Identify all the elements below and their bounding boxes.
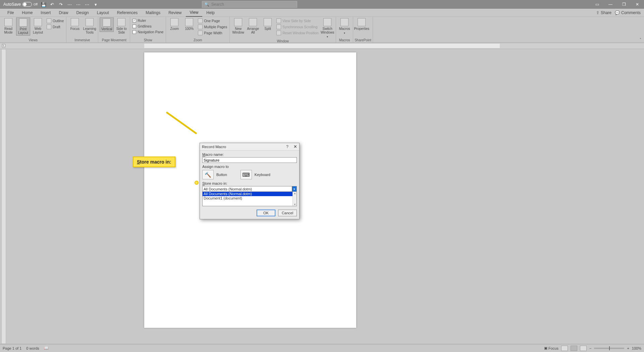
scroll-up-icon[interactable]: ▴ xyxy=(294,192,296,195)
page-width-button[interactable]: Page Width xyxy=(197,30,228,36)
ruler-checkbox[interactable]: ✓Ruler xyxy=(131,18,164,23)
tab-help[interactable]: Help xyxy=(202,9,219,16)
minimize-icon[interactable]: — xyxy=(604,0,617,9)
dialog-help-icon[interactable]: ? xyxy=(286,144,288,149)
read-mode-button[interactable]: Read Mode xyxy=(1,17,15,35)
read-mode-view-button[interactable] xyxy=(561,346,568,351)
store-text: tore macro in: xyxy=(205,181,227,185)
zoom-in-button[interactable]: + xyxy=(627,346,629,350)
vertical-ruler[interactable] xyxy=(1,49,6,344)
learning-tools-button[interactable]: Learning Tools xyxy=(83,17,97,35)
list-item[interactable]: Document1 (document) xyxy=(203,196,297,201)
zoom-100-label: 100% xyxy=(185,27,194,31)
outline-button[interactable]: Outline xyxy=(46,18,65,24)
search-box[interactable]: 🔍 xyxy=(202,1,297,8)
horizontal-ruler[interactable]: L xyxy=(0,43,644,49)
ruler-corner-icon[interactable]: L xyxy=(2,44,5,47)
zoom-out-button[interactable]: − xyxy=(589,346,591,350)
new-window-label: New Window xyxy=(232,27,245,34)
tab-references[interactable]: References xyxy=(113,9,142,16)
maximize-icon[interactable]: ❐ xyxy=(617,0,631,9)
qat-more-icon[interactable]: ▾ xyxy=(93,2,99,7)
one-page-button[interactable]: One Page xyxy=(197,18,228,24)
assign-button-button[interactable]: 🔨 Button xyxy=(202,170,227,179)
vertical-button[interactable]: Vertical xyxy=(100,17,114,32)
tab-file[interactable]: File xyxy=(3,9,18,16)
macros-button[interactable]: Macros▾ xyxy=(337,17,352,36)
draft-button[interactable]: Draft xyxy=(46,24,65,30)
page-indicator[interactable]: Page 1 of 1 xyxy=(3,346,21,350)
reset-window-position-button: Reset Window Position xyxy=(275,30,320,36)
qat-icon-3[interactable]: ⋯ xyxy=(85,2,90,7)
store-macro-combobox[interactable]: All Documents (Normal.dotm) ▾ xyxy=(202,186,297,192)
new-window-button[interactable]: New Window xyxy=(231,17,245,35)
qat-icon-2[interactable]: ⋯ xyxy=(76,2,81,7)
ribbon-display-icon[interactable]: ▭ xyxy=(590,0,604,9)
close-icon[interactable]: ✕ xyxy=(631,0,644,9)
store-macro-listbox[interactable]: All Documents (Normal.dotm) Document1 (d… xyxy=(202,191,297,206)
tab-insert[interactable]: Insert xyxy=(37,9,55,16)
button-text: utton xyxy=(219,173,227,177)
autosave-toggle[interactable]: AutoSave Off xyxy=(3,2,38,7)
print-layout-button[interactable]: Print Layout xyxy=(16,17,30,36)
tab-view[interactable]: View xyxy=(186,9,203,17)
group-macros-label: Macros xyxy=(337,38,352,43)
multiple-pages-button[interactable]: Multiple Pages xyxy=(197,24,228,30)
save-icon[interactable]: 💾 xyxy=(41,2,46,7)
multiple-pages-label: Multiple Pages xyxy=(204,25,227,29)
macro-name-input[interactable] xyxy=(202,157,297,163)
comments-button[interactable]: 💬Comments xyxy=(615,10,641,15)
combobox-dropdown-icon[interactable]: ▾ xyxy=(292,186,297,191)
ok-button[interactable]: OK xyxy=(257,210,275,216)
scroll-down-icon[interactable]: ▾ xyxy=(294,203,296,206)
tab-review[interactable]: Review xyxy=(164,9,185,16)
collapse-ribbon-icon[interactable]: ˄ xyxy=(640,38,641,41)
macros-icon xyxy=(340,18,348,26)
tab-design[interactable]: Design xyxy=(72,9,93,16)
group-sharepoint-label: SharePoint xyxy=(355,38,371,43)
redo-icon[interactable]: ↷ xyxy=(58,2,64,7)
web-layout-view-button[interactable] xyxy=(580,346,587,351)
navigation-pane-checkbox[interactable]: Navigation Pane xyxy=(131,30,164,34)
switch-windows-label: Switch Windows xyxy=(321,27,334,34)
side-to-side-button[interactable]: Side to Side xyxy=(114,17,128,35)
tab-mailings[interactable]: Mailings xyxy=(142,9,164,16)
qat-icon-1[interactable]: ⋯ xyxy=(67,2,72,7)
dialog-titlebar[interactable]: Record Macro ? ✕ xyxy=(200,143,299,150)
learning-tools-icon xyxy=(86,18,94,26)
print-layout-view-button[interactable] xyxy=(571,346,577,351)
group-page-movement-label: Page Movement xyxy=(100,38,128,43)
view-side-icon xyxy=(276,18,281,23)
zoom-button[interactable]: Zoom xyxy=(167,17,181,31)
undo-icon[interactable]: ↶ xyxy=(50,2,55,7)
gridlines-checkbox[interactable]: Gridlines xyxy=(131,24,164,29)
listbox-scrollbar[interactable]: ▴▾ xyxy=(292,192,297,206)
search-input[interactable] xyxy=(211,2,295,7)
tab-home[interactable]: Home xyxy=(18,9,37,16)
tab-draw[interactable]: Draw xyxy=(55,9,72,16)
assign-keyboard-button[interactable]: ⌨ Keyboard xyxy=(240,170,270,179)
cancel-button[interactable]: Cancel xyxy=(278,210,297,216)
web-layout-button[interactable]: Web Layout xyxy=(31,17,45,35)
macros-label: Macros xyxy=(339,27,350,31)
dialog-close-icon[interactable]: ✕ xyxy=(293,144,297,149)
view-side-by-side-button: View Side by Side xyxy=(275,18,320,24)
zoom-100-button[interactable]: 100% xyxy=(182,17,196,31)
focus-mode-button[interactable]: ▣Focus xyxy=(544,346,558,350)
share-button[interactable]: ⇪Share xyxy=(596,10,611,15)
word-count[interactable]: 0 words xyxy=(26,346,39,350)
spellcheck-icon[interactable]: 📖 xyxy=(44,346,49,350)
tab-layout[interactable]: Layout xyxy=(93,9,113,16)
vertical-label: Vertical xyxy=(101,27,112,31)
list-item[interactable]: All Documents (Normal.dotm) xyxy=(203,192,297,196)
split-button[interactable]: Split xyxy=(261,17,275,31)
learning-tools-label: Learning Tools xyxy=(83,27,96,34)
switch-windows-button[interactable]: Switch Windows▾ xyxy=(320,17,334,39)
group-zoom: Zoom 100% One Page Multiple Pages Page W… xyxy=(166,17,230,43)
zoom-slider[interactable] xyxy=(594,348,624,349)
zoom-level[interactable]: 100% xyxy=(632,346,641,350)
focus-button[interactable]: Focus xyxy=(68,17,82,31)
autosave-switch-icon[interactable] xyxy=(22,2,32,7)
arrange-all-button[interactable]: Arrange All xyxy=(246,17,260,35)
properties-button[interactable]: Properties xyxy=(355,17,369,31)
